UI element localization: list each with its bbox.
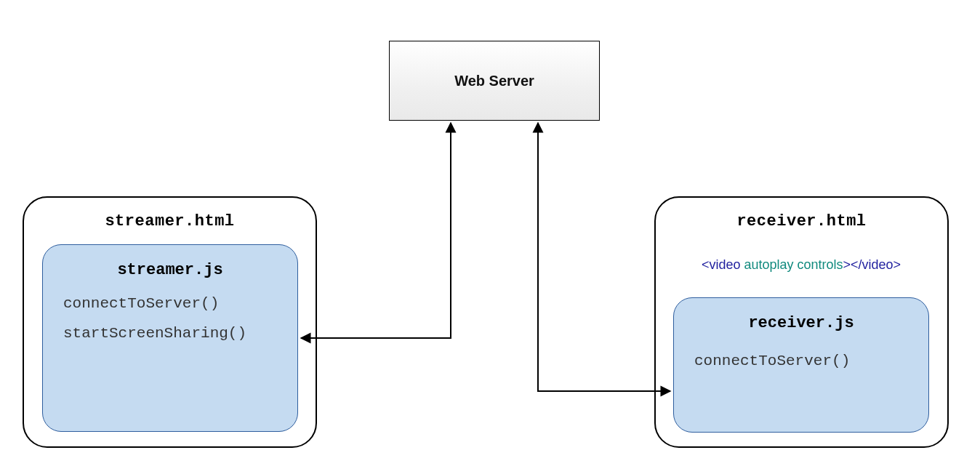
diagram-canvas: Web Server streamer.html streamer.js con… bbox=[0, 0, 980, 474]
streamer-js-box: streamer.js connectToServer() startScree… bbox=[42, 244, 298, 432]
streamer-fn-startsharing: startScreenSharing() bbox=[63, 325, 280, 342]
video-attr-autoplay: autoplay bbox=[740, 257, 793, 272]
streamer-js-title: streamer.js bbox=[60, 261, 280, 279]
receiver-fn-connect: connectToServer() bbox=[694, 353, 911, 369]
video-tag-open: <video bbox=[702, 257, 741, 272]
streamer-fn-connect: connectToServer() bbox=[63, 295, 280, 312]
video-attr-controls: controls bbox=[794, 257, 843, 272]
receiver-video-tag: <video autoplay controls></video> bbox=[673, 257, 929, 273]
web-server-label: Web Server bbox=[454, 73, 534, 89]
arrow-server-streamer bbox=[301, 123, 451, 338]
web-server-box: Web Server bbox=[389, 41, 600, 121]
receiver-html-title: receiver.html bbox=[656, 212, 947, 230]
video-tag-mid: > bbox=[843, 257, 851, 272]
streamer-html-title: streamer.html bbox=[24, 212, 316, 230]
video-tag-close: </video> bbox=[851, 257, 901, 272]
receiver-js-title: receiver.js bbox=[691, 314, 911, 332]
receiver-js-box: receiver.js connectToServer() bbox=[673, 297, 929, 433]
arrow-server-receiver bbox=[538, 123, 670, 391]
